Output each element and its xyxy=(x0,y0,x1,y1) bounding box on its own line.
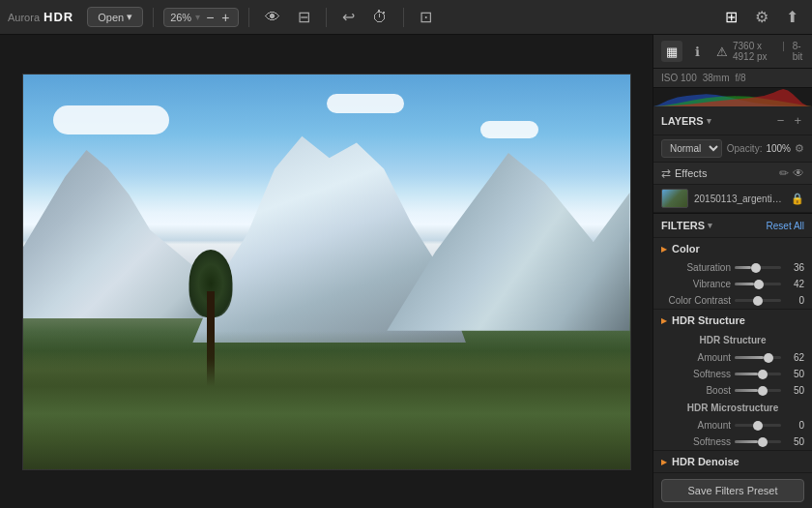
hdr-triangle-icon: ▶ xyxy=(661,316,667,325)
filter-group-hdr-structure: ▶ HDR Structure HDR Structure Amount 62 … xyxy=(653,310,812,451)
saturation-thumb[interactable] xyxy=(751,263,761,273)
image-dimensions: 7360 x 4912 px xyxy=(733,41,774,62)
micro-softness-slider-row: Softness 50 xyxy=(653,433,812,450)
color-group-name: Color xyxy=(672,243,700,254)
display-mode-button[interactable]: ⊞ xyxy=(719,4,743,30)
vibrance-track[interactable] xyxy=(735,283,781,285)
right-panel: ▦ ℹ ⚠ 7360 x 4912 px | 8-bit ISO 100 38m… xyxy=(652,35,812,508)
micro-amount-track[interactable] xyxy=(735,424,781,427)
histogram-icon[interactable]: ▦ xyxy=(661,41,682,62)
cloud-3 xyxy=(480,121,538,138)
hdr-amount-fill xyxy=(735,356,764,359)
hdr-softness-slider-row: Softness 50 xyxy=(653,366,812,382)
logo-prefix: Aurora xyxy=(8,12,40,23)
opacity-settings-button[interactable]: ⚙ xyxy=(795,142,804,155)
micro-softness-label: Softness xyxy=(661,436,731,447)
vibrance-slider-row: Vibrance 42 xyxy=(653,276,812,292)
image-meta-bar: ISO 100 38mm f/8 xyxy=(653,69,812,88)
micro-softness-fill xyxy=(735,440,758,443)
toolbar-separator-2 xyxy=(248,8,249,27)
zoom-in-button[interactable]: + xyxy=(219,11,231,24)
hdr-structure-group-name: HDR Structure xyxy=(672,314,745,326)
zoom-value: 26% xyxy=(170,12,191,23)
hdr-boost-value: 50 xyxy=(785,385,804,396)
vibrance-thumb[interactable] xyxy=(754,280,764,289)
hdr-amount-slider-row: Amount 62 xyxy=(653,349,812,366)
photo-canvas xyxy=(22,74,631,470)
hdr-amount-label: Amount xyxy=(661,352,731,363)
main-area: ▦ ℹ ⚠ 7360 x 4912 px | 8-bit ISO 100 38m… xyxy=(0,35,812,508)
vibrance-fill xyxy=(735,283,754,285)
lens-value: 38mm xyxy=(703,73,730,83)
alert-icon[interactable]: ⚠ xyxy=(711,41,733,62)
filter-group-color-header[interactable]: ▶ Color xyxy=(653,238,812,259)
crop-button[interactable]: ⊡ xyxy=(414,4,438,30)
zoom-out-button[interactable]: − xyxy=(204,11,216,24)
iso-value: ISO 100 xyxy=(661,73,697,83)
hdr-softness-track[interactable] xyxy=(735,373,781,375)
filter-group-color: ▶ Color Saturation 36 Vibrance 42 xyxy=(653,238,812,310)
vibrance-label: Vibrance xyxy=(661,279,731,289)
hdr-amount-value: 62 xyxy=(785,352,804,363)
settings-button[interactable]: ⚙ xyxy=(749,4,774,30)
saturation-label: Saturation xyxy=(661,262,731,273)
saturation-track[interactable] xyxy=(735,266,781,269)
panel-icon-group-right: 7360 x 4912 px | 8-bit xyxy=(733,41,804,62)
color-contrast-thumb[interactable] xyxy=(753,296,763,306)
blend-mode-select[interactable]: Normal xyxy=(661,139,722,158)
toolbar-separator-4 xyxy=(403,8,404,27)
micro-amount-value: 0 xyxy=(785,420,804,431)
save-preset-button[interactable]: Save Filters Preset xyxy=(661,479,804,502)
micro-softness-thumb[interactable] xyxy=(758,437,768,447)
hdr-softness-label: Softness xyxy=(661,369,731,379)
effects-edit-button[interactable]: ✏ xyxy=(779,166,789,180)
toolbar-separator-3 xyxy=(326,8,327,27)
hdr-boost-fill xyxy=(735,389,758,392)
undo-button[interactable]: ↩ xyxy=(336,4,361,30)
canvas-area[interactable] xyxy=(0,35,652,508)
effects-label: Effects xyxy=(675,167,775,179)
filters-title: FILTERS ▾ xyxy=(661,220,712,231)
micro-softness-track[interactable] xyxy=(735,440,781,443)
logo-suffix: HDR xyxy=(44,10,73,24)
color-contrast-track[interactable] xyxy=(735,299,781,302)
denoise-triangle-icon: ▶ xyxy=(661,458,667,466)
micro-amount-slider-row: Amount 0 xyxy=(653,417,812,433)
hdr-boost-thumb[interactable] xyxy=(758,386,768,396)
reset-all-button[interactable]: Reset All xyxy=(767,221,804,231)
layer-blend-row: Normal Opacity: 100% ⚙ xyxy=(653,135,812,162)
saturation-value: 36 xyxy=(785,262,804,273)
panel-top-icons: ▦ ℹ ⚠ 7360 x 4912 px | 8-bit xyxy=(653,35,812,69)
layer-name: 20150113_argentina_chalten... xyxy=(694,194,785,204)
hdr-structure-sub-header: HDR Structure xyxy=(653,331,812,349)
hdr-amount-thumb[interactable] xyxy=(764,353,773,363)
export-button[interactable]: ⬆ xyxy=(780,4,804,30)
redo-button[interactable]: ⏱ xyxy=(366,5,393,30)
layer-item[interactable]: 20150113_argentina_chalten... 🔒 xyxy=(653,185,812,213)
micro-amount-thumb[interactable] xyxy=(753,421,763,431)
hdr-amount-track[interactable] xyxy=(735,356,781,359)
color-triangle-icon: ▶ xyxy=(661,245,667,254)
filter-group-denoise-header[interactable]: ▶ HDR Denoise xyxy=(653,451,812,472)
hdr-softness-thumb[interactable] xyxy=(758,370,768,379)
opacity-label: Opacity: xyxy=(727,143,763,154)
layers-section-header: LAYERS ▾ − + xyxy=(653,106,812,135)
hdr-boost-track[interactable] xyxy=(735,389,781,392)
preview-button[interactable]: 👁 xyxy=(259,5,286,30)
compare-button[interactable]: ⊟ xyxy=(292,4,316,30)
panel-icon-group-left: ▦ ℹ ⚠ xyxy=(661,41,733,62)
hdr-boost-slider-row: Boost 50 xyxy=(653,382,812,399)
info-icon[interactable]: ℹ xyxy=(686,41,708,62)
layer-effects-row[interactable]: ⇄ Effects ✏ 👁 xyxy=(653,162,812,185)
open-button[interactable]: Open ▾ xyxy=(87,7,143,27)
hdr-microstructure-sub-header: HDR Microstructure xyxy=(653,399,812,417)
layer-thumbnail xyxy=(661,189,688,208)
hdr-boost-label: Boost xyxy=(661,385,731,396)
micro-softness-value: 50 xyxy=(785,436,804,447)
filter-group-hdr-header[interactable]: ▶ HDR Structure xyxy=(653,310,812,331)
layers-minus-button[interactable]: − xyxy=(774,112,788,129)
toolbar: Aurora HDR Open ▾ 26% ▾ − + 👁 ⊟ ↩ ⏱ ⊡ ⊞ … xyxy=(0,0,812,35)
layers-add-button[interactable]: + xyxy=(791,112,804,129)
cloud-2 xyxy=(327,94,404,113)
effects-eye-button[interactable]: 👁 xyxy=(793,166,804,180)
